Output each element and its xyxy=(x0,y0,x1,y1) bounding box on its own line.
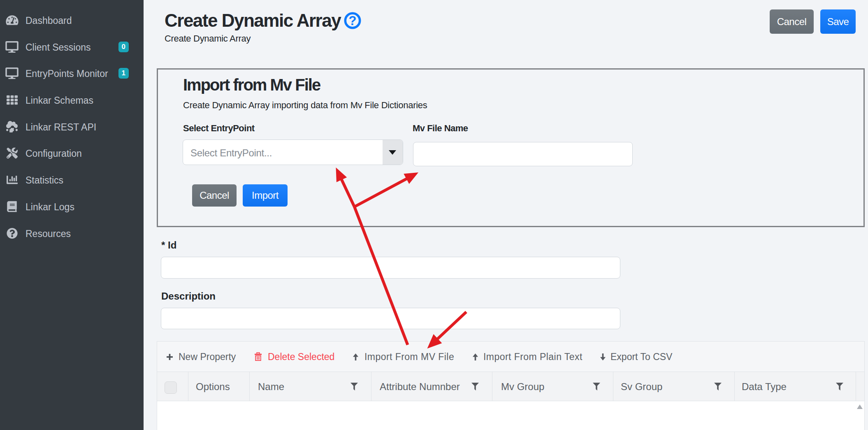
svg-text:?: ? xyxy=(349,14,357,28)
